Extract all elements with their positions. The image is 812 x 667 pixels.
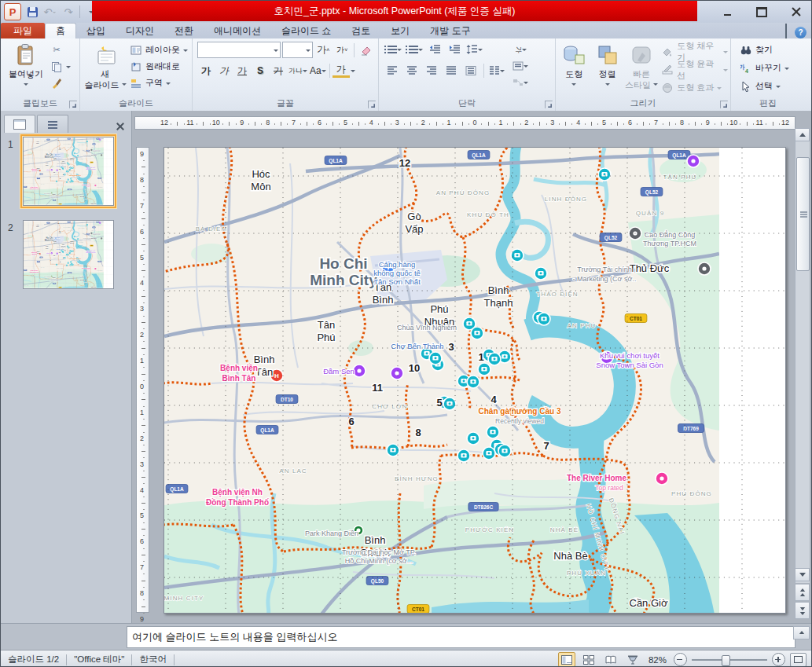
cut-button[interactable]: ✂ — [48, 42, 73, 58]
collapse-ribbon-button[interactable] — [785, 25, 787, 39]
vertical-ruler[interactable]: 9876543210123456789 — [136, 147, 149, 613]
horizontal-ruler[interactable]: 1211109876543210123456789101112 — [134, 116, 795, 130]
format-painter-button[interactable] — [48, 75, 73, 91]
scrollbar-track[interactable] — [795, 141, 810, 583]
numbering-button[interactable] — [405, 42, 424, 57]
replace-button[interactable]: 가4바꾸기 — [737, 60, 805, 76]
tab-home[interactable]: 홈 — [45, 23, 76, 38]
theme-name[interactable]: "Office 테마" — [67, 654, 131, 665]
character-spacing-button[interactable]: 가나 — [288, 63, 308, 79]
tab-insert[interactable]: 삽입 — [76, 24, 116, 38]
bold-button[interactable]: 가 — [197, 63, 215, 79]
text-direction-button[interactable]: 가 — [512, 42, 529, 57]
notes-input[interactable]: 여기에 슬라이드 노트의 내용을 입력하십시오 — [127, 626, 795, 648]
align-right-button[interactable] — [423, 63, 440, 79]
tab-slides-thumbnails[interactable] — [4, 115, 35, 133]
zoom-slider[interactable] — [692, 654, 767, 665]
text-shadow-button[interactable]: S — [252, 63, 269, 79]
close-panel-button[interactable] — [114, 120, 127, 133]
arrange-button[interactable]: 정렬 — [590, 40, 623, 98]
slideshow-view-button[interactable] — [624, 652, 641, 667]
close-button[interactable] — [786, 4, 806, 20]
shrink-font-button[interactable]: 가˅ — [333, 42, 351, 58]
slide-thumbnail-2[interactable] — [23, 220, 114, 289]
normal-view-button[interactable] — [558, 652, 575, 667]
powerpoint-app-icon[interactable]: P — [4, 3, 21, 20]
save-button[interactable] — [25, 5, 39, 19]
scroll-up-button[interactable] — [795, 128, 810, 141]
font-dialog-launcher[interactable] — [368, 101, 376, 108]
change-case-button[interactable]: Aa — [309, 63, 327, 79]
slide-canvas[interactable] — [164, 147, 786, 614]
font-name-combo[interactable] — [197, 42, 281, 58]
paragraph-dialog-launcher[interactable] — [545, 101, 553, 108]
reading-view-button[interactable] — [602, 652, 619, 667]
drawing-dialog-launcher[interactable] — [720, 101, 728, 108]
paste-button[interactable]: 붙여넣기 — [4, 40, 48, 98]
maximize-button[interactable] — [751, 4, 772, 20]
tab-transitions[interactable]: 전환 — [164, 24, 204, 38]
clipboard-dialog-launcher[interactable] — [69, 101, 77, 108]
zoom-level[interactable]: 82% — [646, 655, 669, 665]
convert-smartart-button[interactable] — [512, 75, 529, 90]
effects-icon — [661, 82, 674, 94]
justify-button[interactable] — [443, 63, 460, 79]
distribute-button[interactable] — [462, 63, 479, 79]
undo-button[interactable]: ↶ — [43, 5, 57, 19]
bullets-button[interactable] — [384, 42, 402, 57]
reset-button[interactable]: 원래대로 — [127, 58, 190, 75]
powerpoint-window: P ↶ ↷ 호치민_군.pptx - Microsoft PowerPoint … — [0, 0, 812, 667]
help-button[interactable]: ? — [795, 27, 806, 38]
slide-thumbnail-1[interactable] — [23, 137, 114, 206]
redo-button[interactable]: ↷ — [61, 5, 75, 19]
tab-animations[interactable]: 애니메이션 — [204, 24, 271, 38]
language-indicator[interactable]: 한국어 — [132, 654, 174, 665]
zoom-out-button[interactable] — [674, 653, 687, 666]
tab-design[interactable]: 디자인 — [116, 24, 164, 38]
slide-sorter-view-button[interactable] — [580, 652, 597, 667]
tab-outline[interactable] — [37, 115, 68, 133]
select-button[interactable]: 선택 — [737, 78, 805, 94]
align-text-button[interactable] — [512, 58, 529, 74]
zoom-in-button[interactable] — [772, 653, 785, 666]
decrease-indent-button[interactable] — [426, 42, 443, 57]
previous-slide-button[interactable] — [795, 584, 810, 601]
increase-indent-button[interactable] — [446, 42, 463, 57]
underline-button[interactable]: 가 — [233, 63, 251, 79]
arrow-up-icon — [799, 130, 806, 137]
scroll-down-button[interactable] — [795, 568, 810, 581]
align-left-button[interactable] — [384, 63, 401, 79]
align-text-icon — [513, 61, 524, 71]
scrollbar-thumb[interactable] — [796, 157, 810, 271]
align-center-button[interactable] — [403, 63, 421, 79]
notes-scroll-up-button[interactable] — [793, 626, 810, 640]
tab-file[interactable]: 파일 — [1, 23, 45, 38]
shape-outline-button[interactable]: 도형 윤곽선 — [659, 61, 730, 78]
quick-styles-button[interactable]: 빠른스타일 — [624, 40, 659, 98]
columns-button[interactable] — [488, 63, 505, 79]
minimize-button[interactable] — [717, 4, 737, 20]
grow-font-button[interactable]: 가˄ — [314, 42, 332, 58]
new-slide-button[interactable]: 새슬라이드 — [83, 40, 127, 98]
font-size-combo[interactable] — [282, 42, 314, 58]
copy-button[interactable] — [48, 58, 73, 75]
layout-button[interactable]: 레이아웃 — [127, 42, 190, 58]
font-color-button[interactable]: 가 — [333, 64, 350, 78]
cursor-arrow-icon — [740, 80, 752, 93]
shapes-button[interactable]: 도형 — [557, 40, 590, 98]
next-slide-button[interactable] — [795, 602, 810, 619]
tab-slideshow[interactable]: 슬라이드 쇼 — [271, 24, 341, 38]
find-button[interactable]: 찾기 — [737, 42, 805, 58]
notes-area: 여기에 슬라이드 노트의 내용을 입력하십시오 — [1, 623, 811, 651]
tab-developer[interactable]: 개발 도구 — [420, 24, 480, 38]
shape-effects-button[interactable]: 도형 효과 — [659, 79, 730, 96]
section-button[interactable]: 구역 — [127, 75, 190, 91]
tab-view[interactable]: 보기 — [380, 24, 420, 38]
clear-formatting-button[interactable] — [358, 42, 375, 58]
strikethrough-button[interactable]: 가 — [270, 63, 287, 79]
italic-button[interactable]: 가 — [215, 63, 233, 79]
tab-review[interactable]: 검토 — [341, 24, 380, 38]
zoom-slider-thumb[interactable] — [722, 655, 730, 666]
fit-to-window-button[interactable] — [790, 653, 806, 667]
line-spacing-button[interactable] — [465, 42, 483, 57]
